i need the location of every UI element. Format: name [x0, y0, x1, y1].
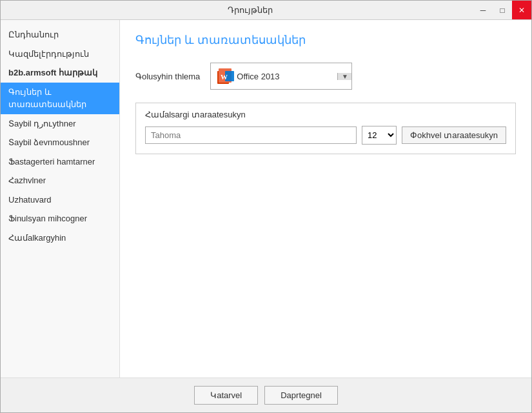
font-section: Համalsargi տaraatesukyn 12 8 9 10 11 14 …	[135, 103, 516, 154]
window-body: Ընդհանուր Կազմելէրդություն b2b.armsoft հ…	[1, 20, 531, 378]
window-title: Դրույթներ	[26, 5, 473, 15]
page-title: Գույներ և տառատեսակներ	[135, 33, 516, 47]
main-window: Դրույթներ ─ □ ✕ Ընդհանուր Կազմելէրդությո…	[0, 0, 532, 413]
font-name-input[interactable]	[145, 126, 357, 144]
svg-text:W: W	[221, 73, 228, 81]
sidebar-item-checks[interactable]: Հazhvlner	[1, 171, 119, 190]
office-logo-icon: W	[216, 66, 237, 86]
sidebar-item-fonts[interactable]: Գույներ և տառատեսակներ	[1, 83, 119, 114]
change-font-button[interactable]: Փokhvel տaraatesukyn	[402, 126, 506, 144]
font-section-title: Համalsargi տaraatesukyn	[145, 110, 506, 119]
cancel-button[interactable]: Կatarvel	[194, 386, 258, 405]
sidebar: Ընդհանուր Կազմելէրդություն b2b.armsoft հ…	[1, 20, 120, 378]
window-controls: ─ □ ✕	[473, 1, 531, 19]
sidebar-item-b2b[interactable]: b2b.armsoft հարթակ	[1, 63, 119, 83]
theme-select-text: Office 2013	[237, 72, 332, 81]
font-size-select[interactable]: 12 8 9 10 11 14 16 18 20 24	[362, 126, 397, 145]
theme-label: Գolusyhin thlema	[135, 72, 200, 81]
close-button[interactable]: ✕	[512, 1, 531, 19]
sidebar-item-quality[interactable]: Կազմելէրդություն	[1, 45, 119, 64]
theme-row: Գolusyhin thlema W Office 2013 ▼	[135, 63, 516, 90]
sidebar-item-reports[interactable]: Ֆastagerteri hamtarner	[1, 152, 119, 172]
maximize-button[interactable]: □	[493, 1, 512, 19]
sidebar-item-general[interactable]: Ընդհանուր	[1, 25, 119, 45]
sidebar-item-general2[interactable]: Ֆinulsyan mihcogner	[1, 209, 119, 228]
sidebar-item-access[interactable]: Uzhatuvard	[1, 190, 119, 210]
footer: Կatarvel Daprtegnel	[1, 378, 531, 412]
theme-dropdown-button[interactable]: ▼	[337, 73, 351, 80]
sidebar-item-table-columns[interactable]: Տaybil ձevnmoushner	[1, 133, 119, 152]
sidebar-item-common[interactable]: Համalkargyhin	[1, 228, 119, 248]
font-row: 12 8 9 10 11 14 16 18 20 24 Փokhvel տara…	[145, 126, 506, 145]
ok-button[interactable]: Daprtegnel	[264, 386, 338, 405]
main-content: Գույներ և տառատեսակներ Գolusyhin thlema …	[120, 20, 531, 378]
minimize-button[interactable]: ─	[473, 1, 493, 19]
title-bar: Դրույթներ ─ □ ✕	[1, 1, 531, 20]
sidebar-item-table-props[interactable]: Տaybil դرուythner	[1, 114, 119, 134]
theme-select[interactable]: W Office 2013 ▼	[210, 63, 352, 90]
